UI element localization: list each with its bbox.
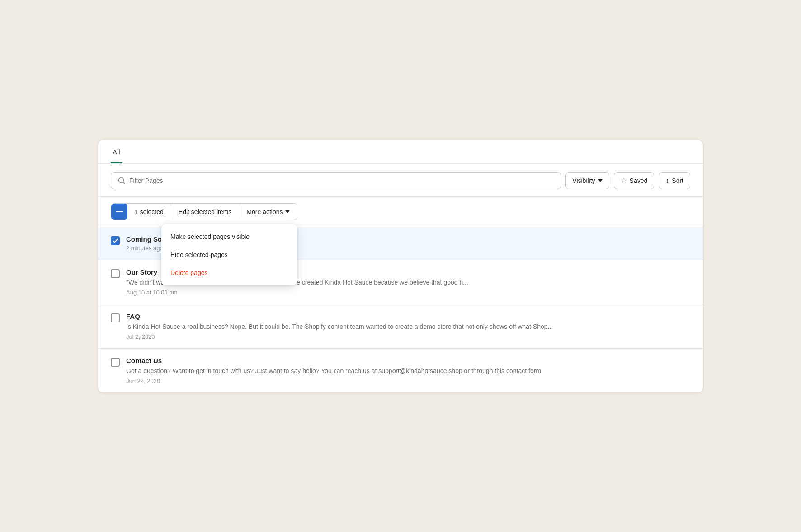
svg-rect-2 [116,211,123,212]
item-date: Aug 10 at 10:09 am [126,289,690,296]
search-input[interactable] [129,177,554,184]
item-title: Contact Us [126,357,690,364]
checkbox-faq[interactable] [111,313,120,322]
minus-icon [116,211,123,212]
visibility-button[interactable]: Visibility [565,172,609,189]
sort-button[interactable]: ↕ Sort [659,172,690,189]
chevron-down-icon [598,179,603,182]
item-title: FAQ [126,313,690,320]
saved-button[interactable]: ☆ Saved [614,172,655,189]
search-icon [118,177,126,185]
check-icon [113,238,118,243]
more-actions-dropdown: Make selected pages visible Hide selecte… [161,224,297,285]
action-bar: 1 selected Edit selected items More acti… [98,197,703,227]
dropdown-item-hide[interactable]: Hide selected pages [161,246,297,264]
item-date: Jun 22, 2020 [126,378,690,384]
checkbox-our-story[interactable] [111,269,120,278]
toolbar: Visibility ☆ Saved ↕ Sort [98,164,703,197]
dropdown-item-visible[interactable]: Make selected pages visible [161,228,297,246]
action-bar-left: 1 selected Edit selected items More acti… [111,203,297,220]
item-excerpt: Is Kinda Hot Sauce a real business? Nope… [126,322,690,331]
selected-count: 1 selected [127,204,171,220]
select-indicator[interactable] [111,204,127,220]
item-content-contact-us: Contact Us Got a question? Want to get i… [126,357,690,384]
item-excerpt: Got a question? Want to get in touch wit… [126,366,690,376]
main-card: All Visibility ☆ Saved ↕ Sort [98,140,703,393]
tabs-bar: All [98,140,703,164]
tab-all[interactable]: All [111,140,122,163]
checkbox-coming-soon[interactable] [111,236,120,245]
search-box [111,172,561,189]
dropdown-item-delete[interactable]: Delete pages [161,264,297,282]
list-item: FAQ Is Kinda Hot Sauce a real business? … [98,304,703,349]
item-date: Jul 2, 2020 [126,333,690,340]
sort-icon: ↕ [665,177,669,185]
chevron-down-icon [285,210,290,213]
star-icon: ☆ [621,176,627,185]
list-item: Contact Us Got a question? Want to get i… [98,349,703,392]
item-content-faq: FAQ Is Kinda Hot Sauce a real business? … [126,313,690,340]
edit-selected-button[interactable]: Edit selected items [171,204,240,220]
more-actions-button[interactable]: More actions [239,204,297,220]
svg-line-1 [123,182,125,184]
checkbox-contact-us[interactable] [111,358,120,367]
